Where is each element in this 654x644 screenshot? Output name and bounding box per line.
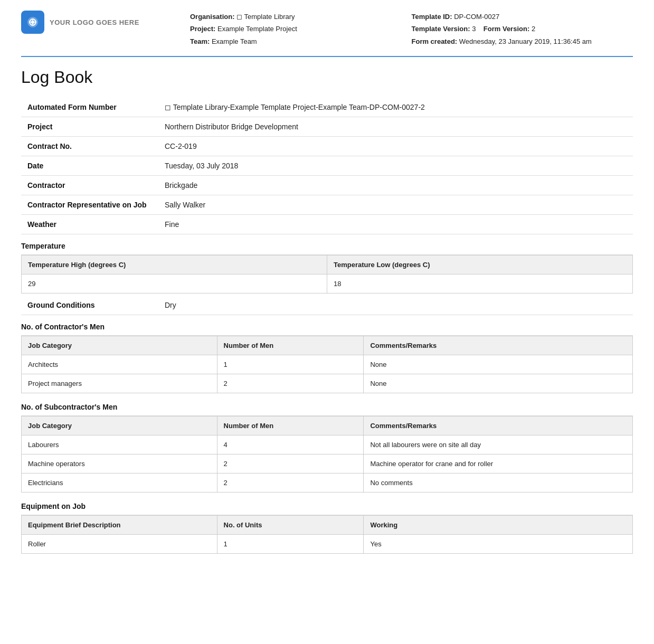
temp-low-header: Temperature Low (degrees C) <box>327 255 633 274</box>
contractor-row: Contractor Brickgade <box>21 176 633 195</box>
table-row: Labourers 4 Not all labourers were on si… <box>22 435 633 454</box>
num-men: 2 <box>217 454 364 473</box>
date-label: Date <box>21 156 158 176</box>
equipment-col-units: No. of Units <box>217 516 364 535</box>
temp-low-value: 18 <box>327 274 633 293</box>
job-category: Machine operators <box>22 454 217 473</box>
subcontractors-men-heading: No. of Subcontractor's Men <box>21 395 633 416</box>
table-row: Machine operators 2 Machine operator for… <box>22 454 633 473</box>
temp-high-value: 29 <box>22 274 327 293</box>
comment: Not all labourers were on site all day <box>364 435 633 454</box>
header-meta-right: Template ID: DP-COM-0027 Template Versio… <box>412 11 633 48</box>
ground-conditions-table: Ground Conditions Dry <box>21 296 633 315</box>
equipment-col-working: Working <box>364 516 633 535</box>
form-number-row: Automated Form Number ◻ Template Library… <box>21 98 633 117</box>
contractors-col-num: Number of Men <box>217 336 364 355</box>
table-row: Roller 1 Yes <box>22 535 633 554</box>
num-men: 4 <box>217 435 364 454</box>
num-men: 2 <box>217 374 364 393</box>
org-line: Organisation: ◻ Template Library <box>190 11 412 23</box>
temperature-table: Temperature High (degrees C) Temperature… <box>21 255 633 293</box>
contractors-men-heading: No. of Contractor's Men <box>21 315 633 336</box>
temperature-section: Temperature Temperature High (degrees C)… <box>21 234 633 293</box>
date-row: Date Tuesday, 03 July 2018 <box>21 156 633 176</box>
temperature-values-row: 29 18 <box>22 274 633 293</box>
logo-icon <box>21 11 44 34</box>
ground-conditions-row: Ground Conditions Dry <box>21 296 633 315</box>
contractors-men-section: No. of Contractor's Men Job Category Num… <box>21 315 633 393</box>
template-id-line: Template ID: DP-COM-0027 <box>412 11 633 23</box>
contractor-rep-value: Sally Walker <box>158 195 633 215</box>
equipment-table: Equipment Brief Description No. of Units… <box>21 515 633 554</box>
ground-conditions-value: Dry <box>158 296 633 315</box>
weather-row: Weather Fine <box>21 215 633 234</box>
date-value: Tuesday, 03 July 2018 <box>158 156 633 176</box>
subcontractors-men-section: No. of Subcontractor's Men Job Category … <box>21 395 633 493</box>
contractors-col-comment: Comments/Remarks <box>364 336 633 355</box>
main-info-table: Automated Form Number ◻ Template Library… <box>21 98 633 234</box>
comment: No comments <box>364 473 633 493</box>
equipment-desc: Roller <box>22 535 217 554</box>
logo-text: YOUR LOGO GOES HERE <box>50 18 139 26</box>
contractor-rep-row: Contractor Representative on Job Sally W… <box>21 195 633 215</box>
table-row: Architects 1 None <box>22 355 633 374</box>
comment: None <box>364 374 633 393</box>
job-category: Project managers <box>22 374 217 393</box>
project-value: Northern Distributor Bridge Development <box>158 117 633 137</box>
equipment-section: Equipment on Job Equipment Brief Descrip… <box>21 495 633 554</box>
temperature-heading: Temperature <box>21 234 633 255</box>
contractor-rep-label: Contractor Representative on Job <box>21 195 158 215</box>
form-number-label: Automated Form Number <box>21 98 158 117</box>
contractor-label: Contractor <box>21 176 158 195</box>
version-line: Template Version: 3 Form Version: 2 <box>412 23 633 35</box>
contractors-men-table: Job Category Number of Men Comments/Rema… <box>21 336 633 393</box>
weather-label: Weather <box>21 215 158 234</box>
project-row: Project Northern Distributor Bridge Deve… <box>21 117 633 137</box>
temp-high-header: Temperature High (degrees C) <box>22 255 327 274</box>
header-meta-left: Organisation: ◻ Template Library Project… <box>190 11 412 48</box>
contract-label: Contract No. <box>21 137 158 156</box>
project-line: Project: Example Template Project <box>190 23 412 35</box>
form-number-value: ◻ Template Library-Example Template Proj… <box>158 98 633 117</box>
num-men: 2 <box>217 473 364 493</box>
num-men: 1 <box>217 355 364 374</box>
equipment-heading: Equipment on Job <box>21 495 633 515</box>
contractors-col-job: Job Category <box>22 336 217 355</box>
subcontractors-men-table: Job Category Number of Men Comments/Rema… <box>21 416 633 493</box>
contract-row: Contract No. CC-2-019 <box>21 137 633 156</box>
comment: None <box>364 355 633 374</box>
comment: Machine operator for crane and for rolle… <box>364 454 633 473</box>
logo-area: YOUR LOGO GOES HERE <box>21 11 169 34</box>
equipment-col-desc: Equipment Brief Description <box>22 516 217 535</box>
contract-value: CC-2-019 <box>158 137 633 156</box>
weather-value: Fine <box>158 215 633 234</box>
contractor-value: Brickgade <box>158 176 633 195</box>
table-row: Electricians 2 No comments <box>22 473 633 493</box>
header: YOUR LOGO GOES HERE Organisation: ◻ Temp… <box>21 11 633 57</box>
page-title: Log Book <box>21 68 633 87</box>
job-category: Labourers <box>22 435 217 454</box>
team-line: Team: Example Team <box>190 35 412 48</box>
form-created-line: Form created: Wednesday, 23 January 2019… <box>412 35 633 48</box>
job-category: Electricians <box>22 473 217 493</box>
subcontractors-col-job: Job Category <box>22 416 217 435</box>
table-row: Project managers 2 None <box>22 374 633 393</box>
equipment-units: 1 <box>217 535 364 554</box>
project-label: Project <box>21 117 158 137</box>
job-category: Architects <box>22 355 217 374</box>
subcontractors-col-num: Number of Men <box>217 416 364 435</box>
ground-conditions-label: Ground Conditions <box>21 296 158 315</box>
subcontractors-col-comment: Comments/Remarks <box>364 416 633 435</box>
equipment-working: Yes <box>364 535 633 554</box>
